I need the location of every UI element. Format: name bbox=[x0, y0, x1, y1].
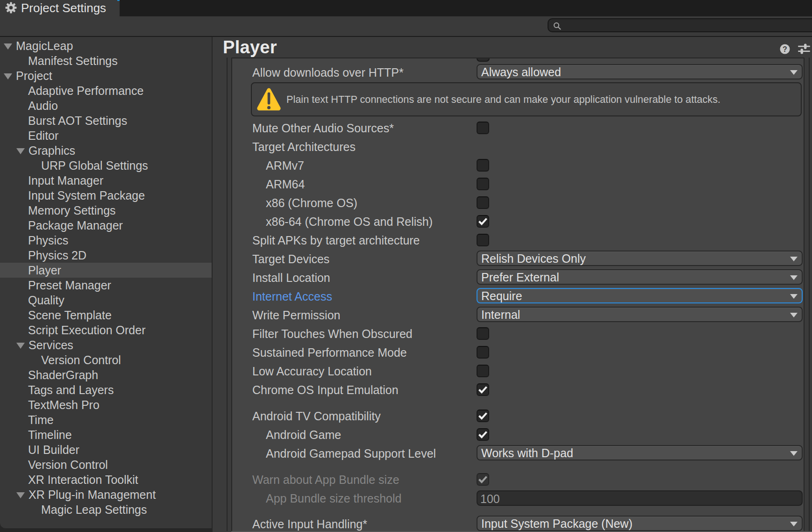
svg-text:?: ? bbox=[783, 45, 787, 53]
